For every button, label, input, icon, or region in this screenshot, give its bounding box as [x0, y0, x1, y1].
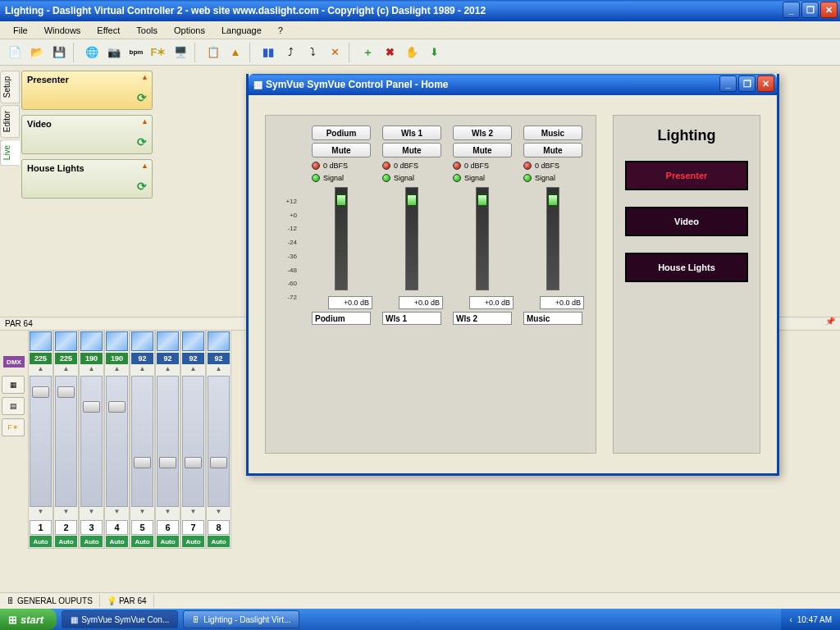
tool-delete-icon[interactable]: ✖ — [380, 43, 399, 62]
fader-track[interactable] — [106, 376, 128, 507]
arrow-up-icon[interactable]: ▲ — [216, 365, 222, 375]
symvue-maximize-button[interactable]: ❐ — [738, 75, 756, 92]
menu-options[interactable]: Options — [167, 24, 212, 37]
fader-handle[interactable] — [210, 457, 227, 468]
tool-pause-icon[interactable]: ▮▮ — [258, 43, 278, 62]
meter-slider-handle[interactable] — [548, 194, 558, 206]
arrow-up-icon[interactable]: ▲ — [139, 365, 146, 375]
fixture-thumb-icon[interactable] — [131, 331, 153, 351]
fader-track[interactable] — [80, 376, 103, 507]
fader-auto-button[interactable]: Auto — [106, 536, 128, 547]
menu-help[interactable]: ? — [272, 24, 290, 37]
refresh-icon[interactable]: ⟳ — [137, 91, 147, 104]
tool-download-icon[interactable]: ⬇ — [424, 43, 444, 62]
fader-auto-button[interactable]: Auto — [182, 536, 204, 547]
mute-button[interactable]: Mute — [453, 143, 512, 158]
scene-house-lights[interactable]: House Lights ▲ ⟳ — [21, 159, 153, 199]
tool-camera-icon[interactable]: 📷 — [104, 43, 124, 62]
fixture-thumb-icon[interactable] — [157, 331, 179, 351]
arrow-down-icon[interactable]: ▼ — [63, 508, 70, 518]
tool-fx-icon[interactable]: F✶ — [148, 43, 168, 62]
side-grid-icon[interactable]: ▦ — [2, 376, 25, 394]
fixture-thumb-icon[interactable] — [80, 331, 103, 351]
fader-track[interactable] — [131, 376, 153, 507]
arrow-up-icon[interactable]: ▲ — [165, 365, 171, 375]
btab-general[interactable]: 🎚 GENERAL OUPUTS — [0, 595, 100, 607]
fixture-thumb-icon[interactable] — [55, 331, 77, 351]
meter-slider-handle[interactable] — [477, 194, 487, 206]
fader-track[interactable] — [182, 376, 204, 507]
tray-chevron-icon[interactable]: ‹ — [789, 615, 792, 624]
tool-new-icon[interactable]: 📄 — [5, 43, 25, 62]
task-symvue[interactable]: ▦ SymVue SymVue Con... — [62, 610, 178, 628]
mute-button[interactable]: Mute — [382, 143, 441, 158]
fader-auto-button[interactable]: Auto — [80, 536, 103, 547]
minimize-button[interactable]: _ — [783, 2, 800, 18]
fixture-thumb-icon[interactable] — [106, 331, 128, 351]
symvue-close-button[interactable]: ✕ — [757, 75, 774, 92]
fixture-thumb-icon[interactable] — [208, 331, 230, 351]
symvue-minimize-button[interactable]: _ — [719, 75, 737, 92]
fader-handle[interactable] — [108, 401, 126, 413]
start-button[interactable]: ⊞ start — [0, 609, 57, 630]
fader-handle[interactable] — [159, 457, 176, 468]
fader-handle[interactable] — [57, 386, 75, 398]
tool-open-icon[interactable]: 📂 — [27, 43, 47, 62]
fader-auto-button[interactable]: Auto — [157, 536, 179, 547]
vtab-setup[interactable]: Setup — [0, 71, 20, 103]
arrow-up-icon[interactable]: ▲ — [38, 365, 44, 375]
arrow-down-icon[interactable]: ▼ — [139, 508, 146, 518]
arrow-down-icon[interactable]: ▼ — [114, 508, 121, 518]
fader-handle[interactable] — [185, 457, 202, 468]
task-daslight[interactable]: 🎚 Lighting - Daslight Virt... — [183, 610, 299, 628]
tool-shuffle-icon[interactable]: ✕ — [325, 43, 345, 62]
arrow-down-icon[interactable]: ▼ — [190, 508, 197, 518]
meter-slider-handle[interactable] — [336, 194, 346, 206]
fixture-thumb-icon[interactable] — [30, 331, 52, 351]
fader-track[interactable] — [208, 376, 230, 507]
fader-auto-button[interactable]: Auto — [131, 536, 153, 547]
fader-track[interactable] — [55, 376, 77, 507]
tool-export-up-icon[interactable]: ⤴ — [281, 43, 300, 62]
close-button[interactable]: ✕ — [820, 2, 838, 18]
meter-slider-handle[interactable] — [407, 194, 417, 206]
fader-auto-button[interactable]: Auto — [55, 536, 77, 547]
scene-video[interactable]: Video ▲ ⟳ — [21, 115, 153, 154]
fader-track[interactable] — [157, 376, 179, 507]
refresh-icon[interactable]: ⟳ — [137, 135, 147, 148]
symvue-titlebar[interactable]: ▦ SymVue SymVue Control Panel - Home _ ❐… — [249, 74, 777, 95]
level-meter[interactable] — [335, 187, 348, 290]
tool-globe-icon[interactable]: 🌐 — [82, 43, 102, 62]
pushpin-icon[interactable]: 📌 — [825, 317, 835, 326]
mute-button[interactable]: Mute — [312, 143, 371, 158]
side-fx-icon[interactable]: F✶ — [2, 418, 25, 436]
fader-auto-button[interactable]: Auto — [208, 536, 230, 547]
vtab-live[interactable]: Live — [0, 139, 20, 166]
level-meter[interactable] — [405, 187, 418, 290]
btab-par64[interactable]: 💡 PAR 64 — [100, 595, 154, 607]
channel-label-button[interactable]: Podium — [312, 126, 371, 140]
fader-handle[interactable] — [83, 401, 100, 413]
tool-bpm-icon[interactable]: bpm — [126, 43, 146, 62]
arrow-down-icon[interactable]: ▼ — [89, 508, 95, 518]
arrow-down-icon[interactable]: ▼ — [165, 508, 171, 518]
arrow-up-icon[interactable]: ▲ — [190, 365, 197, 375]
channel-name-field[interactable]: Music — [523, 312, 582, 325]
lighting-presenter-button[interactable]: Presenter — [625, 161, 748, 190]
fader-handle[interactable] — [32, 386, 49, 398]
fader-handle[interactable] — [134, 457, 151, 468]
arrow-up-icon[interactable]: ▲ — [89, 365, 95, 375]
mute-button[interactable]: Mute — [523, 143, 582, 158]
arrow-down-icon[interactable]: ▼ — [38, 508, 44, 518]
channel-name-field[interactable]: Wls 1 — [382, 312, 441, 325]
lighting-video-button[interactable]: Video — [625, 207, 748, 236]
channel-name-field[interactable]: Podium — [312, 312, 371, 325]
channel-label-button[interactable]: Wls 2 — [453, 126, 512, 140]
vtab-editor[interactable]: Editor — [0, 105, 20, 138]
side-panel-icon[interactable]: ▤ — [2, 397, 25, 415]
fader-auto-button[interactable]: Auto — [30, 536, 52, 547]
fader-track[interactable] — [30, 376, 52, 507]
tool-hand-icon[interactable]: ✋ — [402, 43, 422, 62]
tool-add-icon[interactable]: ＋ — [358, 43, 377, 62]
channel-label-button[interactable]: Wls 1 — [382, 126, 441, 140]
